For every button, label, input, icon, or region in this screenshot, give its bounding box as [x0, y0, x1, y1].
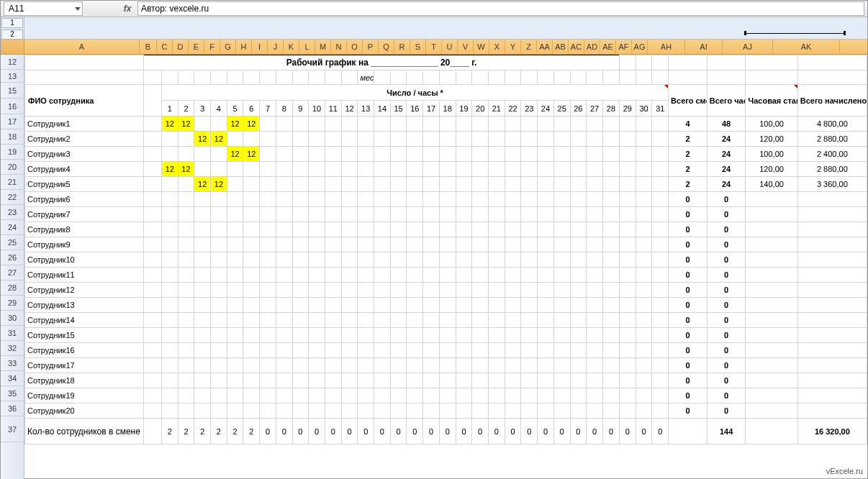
day-cell[interactable] — [325, 328, 341, 343]
day-cell[interactable] — [620, 268, 636, 283]
day-cell[interactable] — [439, 298, 456, 313]
cell-rate[interactable] — [746, 237, 797, 252]
day-cell[interactable] — [407, 237, 423, 252]
day-cell[interactable] — [489, 192, 505, 207]
day-cell[interactable] — [211, 252, 227, 268]
day-cell[interactable] — [636, 373, 652, 388]
day-cell[interactable] — [423, 328, 440, 343]
employee-name[interactable]: Сотрудник13 — [25, 298, 144, 313]
day-cell[interactable] — [211, 403, 227, 419]
day-cell[interactable] — [538, 177, 554, 192]
day-cell[interactable] — [570, 313, 587, 328]
day-cell[interactable] — [570, 237, 587, 252]
day-cell[interactable] — [407, 147, 423, 162]
day-cell[interactable] — [439, 177, 456, 192]
day-cell[interactable] — [620, 283, 636, 298]
day-cell[interactable] — [276, 403, 292, 419]
cell-hours[interactable]: 24 — [707, 147, 746, 162]
day-cell[interactable] — [243, 192, 260, 207]
day-cell[interactable] — [652, 343, 669, 358]
day-cell[interactable] — [374, 162, 391, 177]
day-cell[interactable]: 12 — [194, 132, 211, 147]
day-cell[interactable] — [407, 298, 423, 313]
day-cell[interactable] — [489, 237, 505, 252]
day-cell[interactable] — [358, 388, 374, 403]
cell-rate[interactable]: 120,00 — [746, 132, 797, 147]
row-header-23[interactable]: 23 — [1, 205, 24, 220]
row-header-13[interactable]: 13 — [1, 70, 24, 83]
day-cell[interactable] — [358, 222, 374, 237]
day-cell[interactable] — [390, 373, 407, 388]
day-cell[interactable] — [587, 268, 603, 283]
day-cell[interactable] — [423, 403, 440, 419]
day-cell[interactable] — [178, 192, 194, 207]
day-cell[interactable] — [553, 313, 570, 328]
day-cell[interactable] — [325, 298, 341, 313]
day-cell[interactable] — [260, 177, 276, 192]
day-cell[interactable] — [587, 237, 603, 252]
day-cell[interactable] — [374, 117, 391, 132]
day-cell[interactable] — [161, 132, 178, 147]
day-cell[interactable] — [243, 207, 260, 222]
day-cell[interactable] — [570, 298, 587, 313]
day-cell[interactable] — [505, 177, 521, 192]
column-header-G[interactable]: G — [220, 40, 236, 54]
column-header-Z[interactable]: Z — [521, 40, 537, 54]
day-cell[interactable] — [341, 132, 358, 147]
day-cell[interactable] — [620, 358, 636, 373]
day-cell[interactable] — [472, 222, 489, 237]
day-cell[interactable] — [276, 207, 292, 222]
column-header-X[interactable]: X — [489, 40, 505, 54]
cell-rate[interactable] — [746, 207, 797, 222]
day-cell[interactable] — [472, 403, 489, 419]
cell-hours[interactable]: 0 — [707, 328, 746, 343]
day-cell[interactable] — [456, 147, 472, 162]
day-cell[interactable] — [505, 222, 521, 237]
formula-input[interactable]: Автор: vexcele.ru — [137, 1, 864, 16]
day-cell[interactable] — [407, 343, 423, 358]
day-cell[interactable] — [570, 132, 587, 147]
day-cell[interactable] — [521, 237, 538, 252]
day-cell[interactable] — [652, 192, 669, 207]
day-cell[interactable] — [456, 222, 472, 237]
day-cell[interactable] — [602, 162, 619, 177]
day-cell[interactable] — [243, 162, 260, 177]
day-cell[interactable] — [260, 298, 276, 313]
day-cell[interactable] — [505, 403, 521, 419]
day-cell[interactable] — [538, 298, 554, 313]
day-cell[interactable] — [227, 358, 243, 373]
day-cell[interactable]: 12 — [211, 177, 227, 192]
day-cell[interactable] — [521, 328, 538, 343]
day-cell[interactable] — [521, 388, 538, 403]
day-cell[interactable] — [243, 237, 260, 252]
day-cell[interactable] — [620, 313, 636, 328]
day-cell[interactable] — [374, 177, 391, 192]
day-cell[interactable] — [243, 252, 260, 268]
day-cell[interactable] — [553, 237, 570, 252]
cell-hours[interactable]: 0 — [707, 222, 746, 237]
day-cell[interactable] — [292, 283, 309, 298]
cell-rate[interactable] — [746, 328, 797, 343]
day-cell[interactable] — [178, 132, 194, 147]
day-cell[interactable] — [652, 358, 669, 373]
day-cell[interactable] — [538, 343, 554, 358]
day-cell[interactable] — [211, 298, 227, 313]
day-cell[interactable] — [276, 283, 292, 298]
day-cell[interactable] — [620, 222, 636, 237]
day-cell[interactable] — [553, 268, 570, 283]
day-cell[interactable] — [553, 177, 570, 192]
day-cell[interactable] — [505, 343, 521, 358]
day-cell[interactable] — [570, 117, 587, 132]
column-header-O[interactable]: O — [347, 40, 363, 54]
day-cell[interactable] — [570, 283, 587, 298]
day-cell[interactable] — [309, 343, 325, 358]
day-cell[interactable] — [325, 268, 341, 283]
day-cell[interactable] — [341, 268, 358, 283]
day-cell[interactable] — [211, 373, 227, 388]
row-header-22[interactable]: 22 — [1, 190, 24, 205]
day-cell[interactable] — [194, 162, 211, 177]
cell-rate[interactable]: 100,00 — [746, 147, 797, 162]
day-cell[interactable] — [309, 283, 325, 298]
day-cell[interactable] — [161, 403, 178, 419]
employee-name[interactable]: Сотрудник10 — [25, 252, 144, 268]
